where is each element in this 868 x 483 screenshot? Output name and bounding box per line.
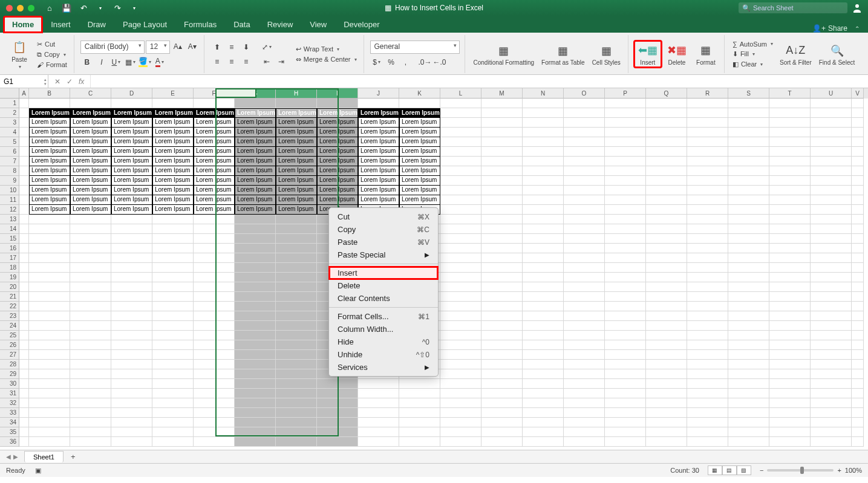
cell[interactable] [769,302,811,311]
cell[interactable] [811,108,852,118]
cell[interactable] [70,215,111,224]
cell[interactable]: Lorem Ipsum [399,186,440,195]
cell[interactable] [440,157,481,166]
page-break-view-icon[interactable]: ▧ [737,465,751,475]
cell[interactable]: Lorem Ipsum [399,118,440,128]
cell[interactable]: Lorem Ipsum [358,147,399,157]
zoom-slider[interactable] [767,469,834,472]
tab-insert[interactable]: Insert [42,16,79,33]
cell[interactable] [358,427,399,437]
cell[interactable] [687,273,728,282]
cell[interactable] [523,340,564,350]
cell[interactable] [811,340,852,350]
cell[interactable] [481,157,523,166]
col-header-E[interactable]: E [152,88,194,99]
cell[interactable] [29,215,70,224]
cell[interactable] [235,418,276,427]
cell[interactable] [194,244,235,253]
cell[interactable]: Lorem Ipsum [29,137,70,147]
cell[interactable] [523,273,564,282]
cell[interactable] [687,128,728,137]
cell[interactable] [811,244,852,253]
cell[interactable] [276,321,317,331]
cell[interactable] [811,186,852,195]
cell[interactable] [152,379,194,389]
cell[interactable] [19,398,29,408]
cell[interactable]: Lorem Ipsum [70,147,111,157]
cell[interactable] [605,224,646,234]
cell[interactable] [440,379,481,389]
cell[interactable] [235,360,276,369]
cell[interactable] [523,176,564,186]
cell[interactable] [769,99,811,108]
cell[interactable] [440,418,481,427]
cell[interactable] [194,263,235,273]
cell[interactable] [564,263,605,273]
tab-developer[interactable]: Developer [335,16,388,33]
cell[interactable]: Lorem Ipsum [358,166,399,176]
cell[interactable] [70,234,111,244]
cell[interactable] [19,147,29,157]
cell[interactable]: Lorem Ipsum [70,118,111,128]
cell[interactable]: Lorem Ipsum [276,176,317,186]
cell[interactable] [19,166,29,176]
cell[interactable] [19,369,29,379]
cell[interactable] [605,108,646,118]
cell[interactable] [769,263,811,273]
cell[interactable] [19,418,29,427]
cell[interactable] [852,128,864,137]
cell[interactable] [811,350,852,360]
cell[interactable] [111,292,152,302]
share-button[interactable]: 👤+Share [812,24,847,33]
cell[interactable] [728,437,769,447]
cell[interactable] [276,360,317,369]
cell[interactable] [399,418,440,427]
cell[interactable] [276,331,317,340]
row-header-30[interactable]: 30 [0,379,19,389]
cell[interactable] [276,427,317,437]
cell[interactable] [769,253,811,263]
cell[interactable] [769,418,811,427]
cell[interactable] [811,389,852,398]
cell[interactable] [852,205,864,215]
cell[interactable] [687,331,728,340]
cell[interactable]: Lorem Ipsum [29,205,70,215]
cell[interactable] [29,360,70,369]
cell[interactable] [852,195,864,205]
cell[interactable] [19,244,29,253]
cell[interactable] [728,273,769,282]
namebox-stepper-icon[interactable]: ▴▾ [44,77,47,86]
cell[interactable] [481,263,523,273]
cell[interactable] [687,263,728,273]
cell[interactable]: Lorem Ipsum [70,128,111,137]
cell[interactable] [564,157,605,166]
cell[interactable] [235,311,276,321]
row-header-24[interactable]: 24 [0,321,19,331]
find-select-button[interactable]: 🔍Find & Select [817,42,857,67]
cell[interactable] [605,273,646,282]
cell[interactable] [523,186,564,195]
decrease-indent-icon[interactable]: ⇤ [260,56,273,68]
cell[interactable] [564,215,605,224]
cell[interactable] [29,437,70,447]
cell[interactable] [523,282,564,292]
cell[interactable] [111,379,152,389]
cell[interactable] [111,263,152,273]
cell[interactable] [29,273,70,282]
cell[interactable] [481,128,523,137]
cell[interactable] [276,263,317,273]
ctx-paste-special[interactable]: Paste Special▶ [329,248,438,261]
cell[interactable] [70,437,111,447]
cell[interactable] [111,99,152,108]
save-icon[interactable]: 💾 [62,4,71,12]
cell[interactable] [70,408,111,418]
cell[interactable] [728,147,769,157]
cell[interactable] [564,340,605,350]
col-header-O[interactable]: O [564,88,605,99]
row-header-18[interactable]: 18 [0,263,19,273]
cell[interactable] [440,99,481,108]
cell[interactable] [29,321,70,331]
cell[interactable] [70,224,111,234]
cell[interactable] [523,157,564,166]
cell[interactable] [481,118,523,128]
